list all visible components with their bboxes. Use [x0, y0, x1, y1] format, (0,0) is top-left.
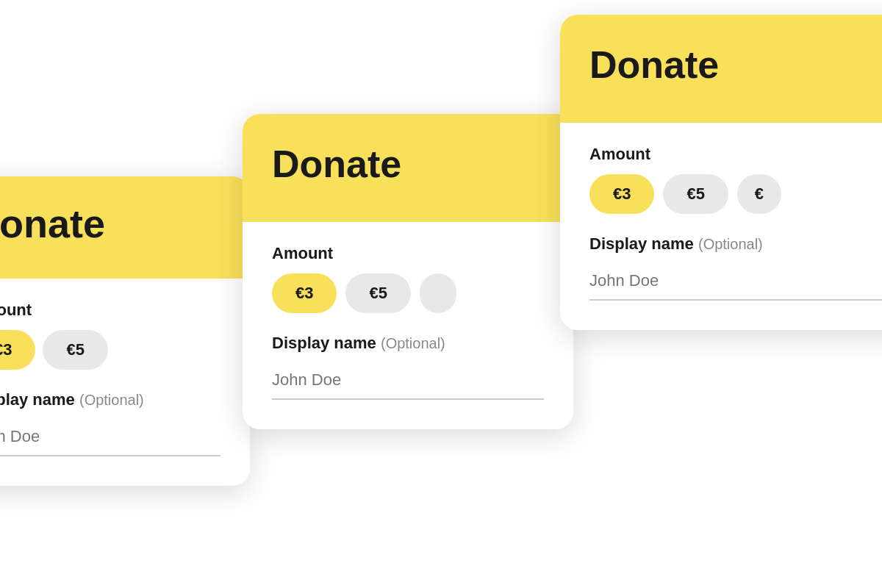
- amount-btn-3-2[interactable]: €3: [272, 273, 337, 313]
- amount-label-2: Amount: [272, 244, 544, 263]
- donate-card-2: Donate Amount €3 €5 Display name (Option…: [243, 114, 573, 429]
- amount-btn-5-3[interactable]: €5: [663, 174, 728, 214]
- amount-btn-3-1[interactable]: €3: [0, 330, 35, 370]
- card-title-1: Donate: [0, 202, 224, 245]
- amount-label-3: Amount: [589, 145, 882, 164]
- name-input-2[interactable]: [272, 362, 544, 400]
- name-input-3[interactable]: [589, 262, 882, 301]
- donate-card-1: Donate Amount €3 €5 Display name (Option…: [0, 176, 250, 486]
- donate-card-3: Donate Amount €3 €5 € Display name (Opti…: [560, 15, 882, 330]
- amount-buttons-2: €3 €5: [272, 273, 544, 313]
- card-header-2: Donate: [243, 114, 573, 222]
- amount-btn-more-3[interactable]: €: [737, 174, 781, 214]
- amount-btn-3-3[interactable]: €3: [589, 174, 654, 214]
- display-name-label-3: Display name (Optional): [589, 234, 882, 254]
- display-name-label-1: Display name (Optional): [0, 390, 220, 409]
- card-header-3: Donate: [560, 15, 882, 123]
- card-body-3: Amount €3 €5 € Display name (Optional): [560, 123, 882, 330]
- card-title-3: Donate: [589, 44, 882, 86]
- optional-label-3: (Optional): [698, 236, 763, 252]
- amount-buttons-1: €3 €5: [0, 330, 220, 370]
- name-input-1[interactable]: [0, 418, 220, 456]
- optional-label-2: (Optional): [381, 335, 445, 351]
- amount-label-1: Amount: [0, 301, 220, 320]
- card-body-2: Amount €3 €5 Display name (Optional): [243, 222, 573, 429]
- amount-btn-more-2[interactable]: [420, 273, 456, 313]
- amount-btn-5-2[interactable]: €5: [345, 273, 410, 313]
- card-header-1: Donate: [0, 176, 250, 279]
- amount-btn-5-1[interactable]: €5: [43, 330, 107, 370]
- card-body-1: Amount €3 €5 Display name (Optional): [0, 279, 250, 486]
- amount-buttons-3: €3 €5 €: [589, 174, 882, 214]
- display-name-label-2: Display name (Optional): [272, 334, 544, 353]
- card-title-2: Donate: [272, 143, 544, 185]
- cards-container: Donate Amount €3 €5 Display name (Option…: [0, 0, 882, 588]
- optional-label-1: (Optional): [79, 392, 144, 408]
